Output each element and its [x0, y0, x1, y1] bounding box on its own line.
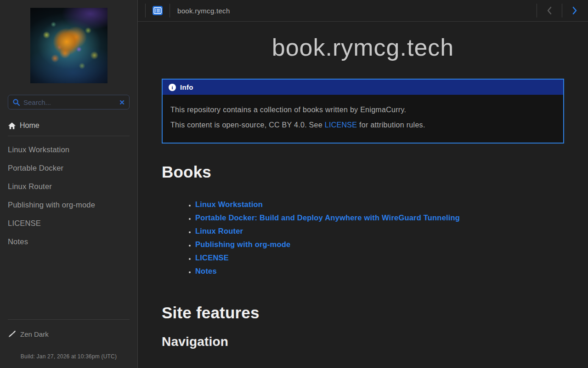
home-icon [8, 122, 16, 130]
search-clear-icon[interactable]: ✕ [119, 99, 125, 106]
topbar-title: book.rymcg.tech [177, 7, 230, 15]
next-page-button[interactable] [562, 6, 582, 15]
info-paragraph-2-text: This content is open-source, CC BY 4.0. … [170, 121, 325, 129]
sidebar-item-linux-workstation[interactable]: Linux Workstation [8, 141, 130, 159]
info-circle-icon: i [169, 84, 176, 91]
search-icon [12, 98, 20, 106]
book-link-linux-workstation[interactable]: Linux Workstation [195, 200, 263, 208]
info-paragraph-1: This repository contains a collection of… [170, 106, 555, 114]
sidebar-item-license[interactable]: LICENSE [8, 214, 130, 232]
topbar: book.rymcg.tech [138, 0, 588, 22]
topbar-pagination [537, 4, 582, 17]
books-list: Linux Workstation Portable Docker: Build… [162, 198, 564, 278]
chevron-left-icon [546, 6, 553, 15]
info-paragraph-2-text-after: for attribution rules. [357, 121, 425, 129]
book-link-notes[interactable]: Notes [195, 267, 217, 275]
sidebar-item-notes[interactable]: Notes [8, 233, 130, 251]
book-link-linux-router[interactable]: Linux Router [195, 227, 243, 235]
sidebar-item-home[interactable]: Home [8, 121, 130, 130]
book-link-license[interactable]: LICENSE [195, 253, 229, 262]
list-item: Linux Workstation [195, 198, 564, 211]
book-link-publishing-org-mode[interactable]: Publishing with org-mode [195, 240, 290, 248]
sidebar-item-portable-docker[interactable]: Portable Docker [8, 159, 130, 177]
book-link-portable-docker[interactable]: Portable Docker: Build and Deploy Anywhe… [195, 213, 460, 222]
build-timestamp: Build: Jan 27, 2026 at 10:36pm (UTC) [8, 353, 130, 360]
site-logo-image [30, 8, 107, 83]
list-item: Linux Router [195, 224, 564, 238]
sidebar-divider-bottom [8, 319, 130, 320]
list-menu-icon [153, 6, 163, 16]
toc-menu-button[interactable] [153, 6, 163, 16]
home-label: Home [20, 121, 40, 130]
list-item: Publishing with org-mode [195, 238, 564, 251]
sidebar-item-linux-router[interactable]: Linux Router [8, 178, 130, 196]
search-input[interactable] [23, 98, 116, 106]
site-features-heading: Site features [162, 304, 564, 322]
sidebar-divider-top [8, 136, 130, 136]
topbar-separator-title [170, 4, 170, 17]
sidebar-nav: Linux Workstation Portable Docker Linux … [8, 140, 130, 251]
search-box[interactable]: ✕ [8, 95, 130, 109]
info-callout-header: i Info [163, 80, 563, 95]
info-callout-title: Info [180, 83, 193, 91]
page-content: book.rymcg.tech i Info This repository c… [138, 22, 588, 368]
license-inline-link[interactable]: LICENSE [325, 121, 357, 129]
chevron-right-icon [571, 6, 578, 15]
info-callout: i Info This repository contains a collec… [162, 79, 564, 144]
paintbrush-icon [8, 330, 16, 338]
page-title: book.rymcg.tech [162, 34, 564, 61]
sidebar-spacer [8, 251, 130, 319]
logo-container [8, 8, 130, 83]
info-paragraph-2: This content is open-source, CC BY 4.0. … [170, 121, 555, 129]
info-callout-body: This repository contains a collection of… [163, 95, 563, 143]
main-area: book.rymcg.tech book.rymcg.tech i [138, 0, 588, 368]
sidebar-item-publishing-org-mode[interactable]: Publishing with org-mode [8, 196, 130, 214]
books-heading: Books [162, 163, 564, 181]
theme-label: Zen Dark [20, 330, 49, 338]
list-item: LICENSE [195, 251, 564, 264]
prev-page-button[interactable] [537, 6, 562, 15]
list-item: Notes [195, 264, 564, 278]
list-item: Portable Docker: Build and Deploy Anywhe… [195, 211, 564, 224]
sidebar: ✕ Home Linux Workstation Portable Docker… [0, 0, 138, 368]
navigation-heading: Navigation [162, 334, 564, 349]
topbar-separator-left [145, 4, 146, 17]
theme-selector[interactable]: Zen Dark [8, 330, 130, 338]
